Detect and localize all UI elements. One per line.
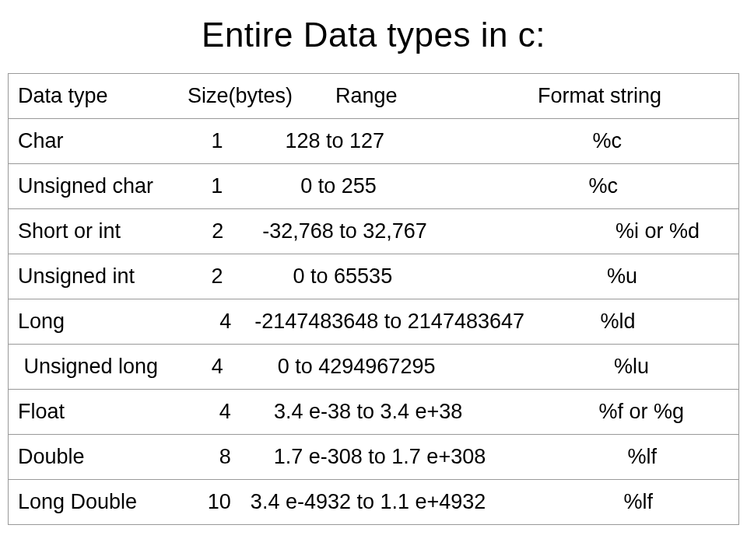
cell-format: %u — [416, 264, 738, 289]
cell-format: %i or %d — [493, 219, 738, 243]
cell-datatype: Unsigned int — [9, 264, 184, 289]
datatype-table: Data type Size(bytes) Range Format strin… — [8, 73, 739, 525]
cell-range: 1.7 e-308 to 1.7 e+308 — [231, 445, 538, 469]
cell-format: %c — [400, 129, 738, 153]
table-row: Long Double 10 3.4 e-4932 to 1.1 e+4932 … — [9, 480, 739, 525]
cell-format: %lf — [538, 445, 738, 469]
cell-datatype: Unsigned char — [9, 174, 184, 198]
cell-format: %ld — [569, 310, 738, 334]
cell-size: 1 — [184, 174, 223, 198]
cell-range: 0 to 65535 — [223, 264, 416, 289]
table-header-row: Data type Size(bytes) Range Format strin… — [9, 74, 739, 119]
table-row: Double 8 1.7 e-308 to 1.7 e+308 %lf — [9, 435, 739, 480]
cell-size: 10 — [185, 490, 231, 514]
cell-range: 3.4 e-38 to 3.4 e+38 — [231, 400, 515, 424]
cell-format: %lu — [469, 355, 738, 379]
table-row: Unsigned long 4 0 to 4294967295 %lu — [9, 345, 739, 390]
cell-range: 3.4 e-4932 to 1.1 e+4932 — [231, 490, 545, 514]
table-row: Short or int 2 -32,768 to 32,767 %i or %… — [9, 209, 739, 254]
header-size: Size(bytes) — [188, 84, 335, 108]
cell-datatype: Float — [9, 400, 185, 424]
table-row: Unsigned int 2 0 to 65535 %u — [9, 254, 739, 299]
cell-size: 2 — [184, 264, 223, 289]
header-datatype: Data type — [9, 84, 188, 108]
cell-datatype: Short or int — [9, 219, 185, 243]
cell-range: 128 to 127 — [223, 129, 399, 153]
cell-datatype: Long — [9, 310, 185, 334]
page-title: Entire Data types in c: — [8, 16, 739, 54]
cell-size: 4 — [185, 355, 223, 379]
header-format: Format string — [538, 84, 709, 108]
cell-datatype: Unsigned long — [9, 355, 185, 379]
cell-range: -32,768 to 32,767 — [223, 219, 493, 243]
header-range: Range — [335, 84, 538, 108]
cell-datatype: Long Double — [9, 490, 185, 514]
cell-size: 4 — [185, 400, 231, 424]
table-row: Long 4 -2147483648 to 2147483647 %ld — [9, 299, 739, 345]
cell-range: -2147483648 to 2147483647 — [231, 310, 569, 334]
table-row: Unsigned char 1 0 to 255 %c — [9, 164, 739, 209]
cell-format: %c — [400, 174, 738, 198]
cell-size: 4 — [185, 310, 231, 334]
cell-size: 8 — [185, 445, 231, 469]
cell-format: %lf — [545, 490, 738, 514]
cell-format: %f or %g — [515, 400, 738, 424]
table-row: Char 1 128 to 127 %c — [9, 119, 739, 164]
cell-datatype: Char — [9, 129, 184, 153]
cell-range: 0 to 4294967295 — [223, 355, 469, 379]
table-row: Float 4 3.4 e-38 to 3.4 e+38 %f or %g — [9, 390, 739, 435]
cell-size: 2 — [185, 219, 223, 243]
cell-size: 1 — [184, 129, 223, 153]
cell-datatype: Double — [9, 445, 185, 469]
cell-range: 0 to 255 — [223, 174, 400, 198]
